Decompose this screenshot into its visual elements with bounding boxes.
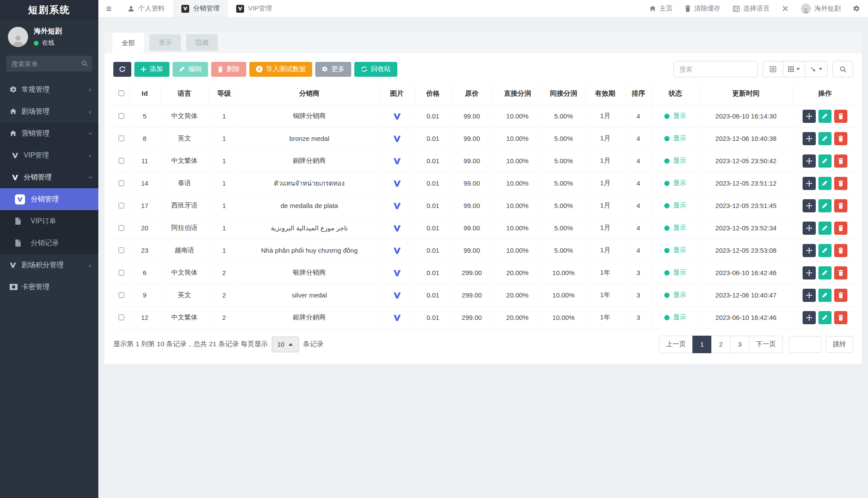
col-header-sort[interactable]: 排序 (626, 82, 651, 105)
delete-button[interactable]: 删除 (211, 62, 246, 77)
next-page-button[interactable]: 下一页 (749, 336, 783, 353)
row-move-button[interactable] (803, 266, 816, 279)
sidebar-item-vip[interactable]: VIP管理 ‹ (0, 144, 98, 166)
sidebar-item-general[interactable]: 常规管理 ‹ (0, 79, 98, 100)
hamburger-menu-icon[interactable]: ≡ (98, 0, 119, 17)
select-all-checkbox[interactable] (119, 90, 124, 96)
row-move-button[interactable] (803, 244, 816, 257)
tab-vip[interactable]: VIP管理 (228, 0, 280, 17)
col-header-image[interactable]: 图片 (379, 82, 415, 105)
sidebar-item-vip-orders[interactable]: VIP订单 (0, 210, 98, 232)
row-delete-button[interactable] (834, 311, 847, 324)
page-button-2[interactable]: 2 (711, 336, 731, 353)
user-menu[interactable]: 海外短剧 (801, 4, 841, 14)
row-checkbox[interactable] (119, 203, 124, 208)
jump-page-input[interactable] (789, 336, 821, 353)
row-edit-button[interactable] (818, 289, 832, 302)
row-checkbox[interactable] (119, 180, 124, 186)
row-edit-button[interactable] (818, 311, 832, 324)
row-checkbox[interactable] (119, 158, 124, 164)
import-test-data-button[interactable]: 导入测试数据 (249, 62, 312, 77)
row-edit-button[interactable] (818, 177, 832, 190)
recycle-bin-button[interactable]: 回收站 (354, 62, 397, 77)
row-edit-button[interactable] (818, 110, 832, 123)
sidebar-item-distribution[interactable]: 分销管理 ‹ (0, 166, 98, 188)
table-search-input[interactable] (674, 61, 758, 77)
row-move-button[interactable] (803, 311, 816, 324)
sidebar-item-theater[interactable]: 剧场管理 ‹ (0, 100, 98, 122)
col-header-direct-profit[interactable]: 直接分润 (493, 82, 542, 105)
page-button-3[interactable]: 3 (730, 336, 749, 353)
home-link[interactable]: 主页 (649, 4, 673, 13)
row-delete-button[interactable] (834, 154, 847, 168)
row-delete-button[interactable] (834, 177, 847, 190)
tab-distribution[interactable]: 分销管理 (173, 0, 228, 17)
language-select[interactable]: 选择语言 (733, 4, 770, 13)
col-header-language[interactable]: 语言 (160, 82, 209, 105)
fullscreen-button[interactable] (782, 5, 789, 12)
row-delete-button[interactable] (834, 266, 847, 279)
page-button-1[interactable]: 1 (692, 336, 712, 353)
search-submit-button[interactable] (832, 61, 853, 77)
filter-tab-visible[interactable]: 显示 (149, 34, 181, 51)
prev-page-button[interactable]: 上一页 (659, 336, 693, 353)
row-checkbox[interactable] (119, 270, 124, 276)
row-delete-button[interactable] (834, 244, 847, 257)
row-move-button[interactable] (803, 132, 816, 145)
row-move-button[interactable] (803, 154, 816, 168)
row-delete-button[interactable] (834, 289, 847, 302)
row-edit-button[interactable] (818, 132, 832, 145)
settings-button[interactable] (853, 5, 860, 12)
filter-tab-hidden[interactable]: 隐藏 (186, 34, 218, 51)
row-edit-button[interactable] (818, 199, 832, 212)
row-checkbox[interactable] (119, 225, 124, 231)
row-move-button[interactable] (803, 110, 816, 123)
export-button[interactable] (805, 61, 828, 77)
col-header-price[interactable]: 价格 (415, 82, 451, 105)
row-move-button[interactable] (803, 289, 816, 302)
sidebar-item-distribution-active[interactable]: 分销管理 (0, 188, 98, 210)
row-checkbox[interactable] (119, 292, 124, 298)
row-checkbox[interactable] (119, 315, 124, 320)
col-header-validity[interactable]: 有效期 (585, 82, 626, 105)
sidebar-item-card-key[interactable]: 卡密管理 (0, 276, 98, 298)
tab-profile[interactable]: 个人资料 (119, 0, 173, 17)
sidebar-item-marketing[interactable]: 营销管理 ‹ (0, 122, 98, 144)
detail-view-button[interactable] (763, 61, 783, 77)
row-edit-button[interactable] (818, 266, 832, 279)
col-header-id[interactable]: Id (129, 82, 160, 105)
row-edit-button[interactable] (818, 222, 832, 235)
columns-button[interactable] (783, 61, 805, 77)
col-header-original-price[interactable]: 原价 (451, 82, 493, 105)
refresh-button[interactable] (113, 62, 131, 77)
filter-tab-all[interactable]: 全部 (112, 33, 144, 53)
col-header-status[interactable]: 状态 (651, 82, 699, 105)
col-header-distributor[interactable]: 分销商 (240, 82, 379, 105)
sidebar-search-input[interactable] (6, 56, 92, 72)
row-delete-button[interactable] (834, 132, 847, 145)
col-header-updated[interactable]: 更新时间 (699, 82, 792, 105)
col-header-level[interactable]: 等级 (209, 82, 240, 105)
row-delete-button[interactable] (834, 222, 847, 235)
row-move-button[interactable] (803, 177, 816, 190)
move-icon (806, 136, 812, 142)
per-page-select[interactable]: 10 (272, 337, 299, 352)
sidebar-item-theater-points[interactable]: 剧场积分管理 ‹ (0, 254, 98, 276)
row-delete-button[interactable] (834, 110, 847, 123)
col-header-indirect-profit[interactable]: 间接分润 (542, 82, 585, 105)
row-checkbox[interactable] (119, 113, 124, 119)
more-button[interactable]: 更多 (315, 62, 351, 77)
row-checkbox[interactable] (119, 136, 124, 141)
row-edit-button[interactable] (818, 244, 832, 257)
sidebar-item-distribution-records[interactable]: 分销记录 (0, 232, 98, 254)
row-checkbox[interactable] (119, 247, 124, 253)
sort-cell: 3 (626, 306, 651, 329)
row-delete-button[interactable] (834, 199, 847, 212)
row-move-button[interactable] (803, 222, 816, 235)
row-move-button[interactable] (803, 199, 816, 212)
add-button[interactable]: 添加 (134, 62, 169, 77)
clear-cache-link[interactable]: 清除缓存 (685, 4, 720, 13)
edit-button[interactable]: 编辑 (173, 62, 208, 77)
jump-button[interactable]: 跳转 (826, 336, 853, 353)
row-edit-button[interactable] (818, 154, 832, 168)
